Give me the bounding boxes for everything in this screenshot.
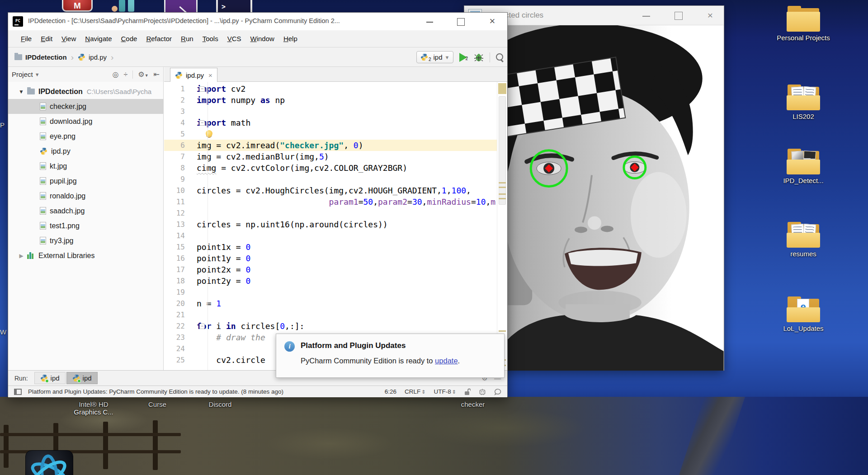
feedback-bubble-icon[interactable] [494, 388, 502, 395]
hide-panel-icon[interactable]: ⇤ [154, 70, 160, 79]
line-number: 15 [164, 241, 197, 253]
fold-marker-icon[interactable]: − [199, 120, 205, 126]
editor-scrollbar[interactable] [497, 82, 507, 370]
menu-window[interactable]: Window [246, 35, 279, 42]
menu-help[interactable]: Help [279, 35, 302, 42]
pycharm-titlebar[interactable]: PC IPDdetection - [C:\Users\Saad\Pycharm… [8, 13, 507, 30]
project-root-row[interactable]: ▼ IPDdetection C:\Users\Saad\Pycha [8, 84, 163, 99]
editor-tab-ipd-py[interactable]: ipd.py × [170, 68, 217, 82]
code-area[interactable]: 1−import cv22import numpy as np34−import… [164, 82, 497, 370]
clipped-icon-label: W [0, 328, 6, 336]
update-link[interactable]: update [435, 357, 458, 365]
menu-file[interactable]: File [16, 35, 36, 42]
unlock-icon[interactable] [464, 388, 471, 395]
run-configuration-select[interactable]: 2 ipd ▼ [416, 51, 453, 63]
breadcrumb-project[interactable]: IPDdetection [25, 53, 67, 61]
run-tab-ipd-2[interactable]: ipd [66, 372, 98, 384]
menu-run[interactable]: Run [176, 35, 198, 42]
teal-app-icon[interactable] [112, 0, 140, 12]
code-line-20: 20n = 1 [164, 298, 497, 309]
fence-rail [0, 433, 181, 436]
status-message[interactable]: Platform and Plugin Updates: PyCharm Com… [28, 388, 283, 395]
line-number: 9 [164, 174, 197, 185]
project-file-download.jpg[interactable]: download.jpg [8, 114, 163, 129]
project-file-ipd.py[interactable]: ipd.py [8, 144, 163, 159]
project-panel-header[interactable]: Project ▼ ◎ ÷ ⚙▼ ⇤ [8, 67, 163, 82]
battle-net-icon[interactable] [25, 450, 73, 475]
project-file-saadch.jpg[interactable]: saadch.jpg [8, 203, 163, 218]
desktop-icon-lis202[interactable]: LIS202 [765, 84, 842, 121]
desktop-icon-resumes[interactable]: resumes [765, 221, 842, 258]
expand-arrow-icon[interactable]: ▼ [18, 89, 24, 95]
toolwindow-toggle-icon[interactable] [14, 389, 22, 395]
maximize-button[interactable] [674, 11, 684, 20]
gear-icon[interactable]: ⚙▼ [138, 70, 148, 79]
desktop-icon-lol-updates[interactable]: eLoL_Updates [765, 296, 842, 333]
breadcrumb-file[interactable]: ipd.py [89, 53, 107, 61]
close-button[interactable]: × [705, 11, 715, 20]
encoding-select[interactable]: UTF-8⇕ [434, 388, 456, 395]
fold-marker-icon[interactable]: − [199, 324, 205, 329]
fold-marker-icon[interactable]: − [199, 86, 205, 92]
minimize-button[interactable] [642, 11, 651, 20]
menu-refactor[interactable]: Refactor [142, 35, 176, 42]
line-number: 6 [164, 140, 197, 151]
menu-tools[interactable]: Tools [198, 35, 223, 42]
breadcrumb: IPDdetection › ipd.py › [14, 47, 114, 67]
expand-arrow-icon[interactable]: ▶ [18, 253, 24, 259]
chevron-separator: › [111, 52, 113, 62]
code-line-9: 9 [164, 174, 497, 185]
scrollbar-thumb[interactable] [499, 96, 506, 205]
image-file-icon [40, 237, 46, 245]
project-file-test1.png[interactable]: test1.png [8, 218, 163, 233]
notification-popup[interactable]: i Platform and Plugin Updates PyCharm Co… [276, 334, 505, 378]
menu-vcs[interactable]: VCS [223, 35, 246, 42]
folder-icon [785, 84, 821, 110]
close-button[interactable]: × [486, 17, 498, 26]
mcafee-icon[interactable]: M [62, 0, 93, 12]
intention-bulb-icon[interactable] [206, 130, 212, 137]
chevron-down-icon: ▼ [445, 55, 450, 60]
project-file-kt.jpg[interactable]: kt.jpg [8, 159, 163, 174]
caret-position[interactable]: 6:26 [385, 388, 396, 395]
menu-view[interactable]: View [57, 35, 80, 42]
line-number: 17 [164, 264, 197, 275]
menu-edit[interactable]: Edit [36, 35, 57, 42]
running-dot [77, 379, 81, 383]
python-icon [420, 53, 428, 61]
hector-inspections-icon[interactable] [479, 388, 486, 395]
maximize-button[interactable] [455, 17, 467, 26]
desktop-icon-label-discord[interactable]: Discord [182, 400, 259, 408]
debug-icon[interactable] [474, 52, 484, 62]
desktop-icon-personal-projects[interactable]: Personal Projects [765, 5, 842, 42]
project-file-pupil.jpg[interactable]: pupil.jpg [8, 174, 163, 188]
locate-icon[interactable]: ◎ [113, 70, 119, 79]
code-line-12: 12 [164, 207, 497, 219]
file-name: eye.png [50, 132, 75, 141]
menu-code[interactable]: Code [117, 35, 142, 42]
menu-navigate[interactable]: Navigate [80, 35, 116, 42]
desktop-icon-ipd-detect-[interactable]: IPD_Detect... [765, 148, 842, 185]
python-file-icon [40, 147, 47, 155]
close-tab-icon[interactable]: × [208, 71, 212, 79]
project-panel-title: Project [12, 71, 33, 78]
external-libraries-label: External Libraries [38, 252, 95, 260]
chevron-down-icon[interactable]: ▼ [35, 72, 40, 77]
run-tab-label: ipd [51, 374, 60, 382]
file-name: kt.jpg [50, 162, 67, 170]
status-bar: Platform and Plugin Updates: PyCharm Com… [8, 386, 507, 397]
line-separator-select[interactable]: CRLF⇕ [405, 388, 425, 395]
project-file-try3.jpg[interactable]: try3.jpg [8, 233, 163, 248]
run-tab-ipd-1[interactable]: ipd [34, 372, 66, 384]
minimize-button[interactable] [424, 17, 436, 26]
project-file-eye.png[interactable]: eye.png [8, 129, 163, 144]
desktop-icon-label-checker[interactable]: checker [434, 400, 511, 408]
project-file-ronaldo.jpg[interactable]: ronaldo.jpg [8, 188, 163, 203]
navigation-toolbar: IPDdetection › ipd.py › 2 ipd ▼ 2 [8, 47, 507, 67]
search-everywhere-icon[interactable] [496, 53, 504, 61]
python-file-icon [78, 53, 85, 61]
collapse-all-icon[interactable]: ÷ [124, 71, 128, 79]
external-libraries-row[interactable]: ▶ External Libraries [8, 248, 163, 263]
project-file-checker.jpg[interactable]: checker.jpg [8, 99, 163, 114]
fence-post [4, 425, 9, 468]
